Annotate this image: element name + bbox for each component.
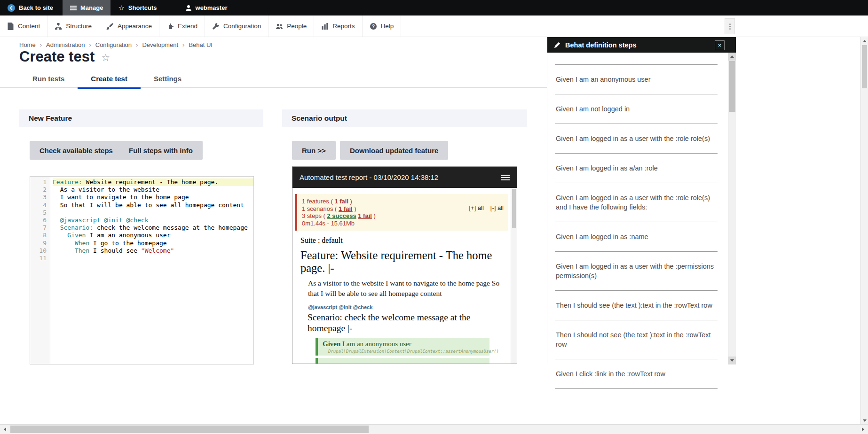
steps-fail-link[interactable]: 1 fail: [358, 212, 372, 219]
behat-step-item[interactable]: Given I am logged in as :name: [555, 222, 718, 252]
tray-scrollbar-thumb[interactable]: [729, 61, 735, 112]
code-line: So that I will be able to see all homepa…: [53, 202, 253, 209]
scenario-output-header: Scenario output: [282, 109, 527, 127]
tab-run-tests[interactable]: Run tests: [19, 70, 78, 88]
breadcrumb-home[interactable]: Home: [19, 41, 36, 48]
passed-step[interactable]: Given I am an anonymous user Drupal\Drup…: [316, 338, 489, 356]
code-line: Then I should see "Welcome": [53, 247, 253, 255]
behat-step-item[interactable]: Given I am logged in as a user with the …: [555, 124, 718, 154]
admin-toolbar: Back to site Manage ☆ Shortcuts webmaste…: [0, 0, 868, 16]
report-body: 1 features ( 1 fail ) 1 scenarios ( 1 fa…: [292, 188, 517, 364]
scenarios-fail-link[interactable]: 1 fail: [339, 205, 353, 212]
primary-tabs: Run tests Create test Settings: [19, 70, 195, 88]
feature-description: As a visitor to the website I want to na…: [308, 278, 503, 299]
scroll-down-arrow[interactable]: [728, 356, 736, 364]
breadcrumb-separator: ›: [136, 41, 138, 48]
tab-create-test[interactable]: Create test: [78, 70, 141, 88]
tray-scrollbar[interactable]: [728, 53, 736, 364]
menu-item-help[interactable]: ? Help: [363, 16, 402, 37]
breadcrumb-separator: ›: [40, 41, 42, 48]
close-icon[interactable]: ×: [715, 40, 725, 50]
toolbar-overflow-icon[interactable]: [725, 18, 735, 34]
steps-success-link[interactable]: 2 success: [327, 212, 356, 219]
scroll-up-arrow[interactable]: [728, 53, 736, 61]
menu-item-people[interactable]: People: [268, 16, 314, 37]
menu-item-configuration[interactable]: Configuration: [205, 16, 268, 37]
back-to-site-label: Back to site: [19, 4, 53, 11]
structure-icon: [55, 23, 62, 30]
breadcrumb-configuration[interactable]: Configuration: [95, 41, 132, 48]
expand-all-link[interactable]: [+] all: [469, 204, 483, 212]
report-scrollbar[interactable]: [511, 188, 517, 364]
hamburger-icon: [70, 5, 77, 11]
behat-step-item[interactable]: Given I am logged in as a user with the …: [555, 252, 718, 291]
manage-label: Manage: [80, 4, 103, 11]
code-line: @javascript @init @check: [53, 217, 253, 224]
scroll-right-arrow[interactable]: [858, 425, 868, 434]
page-vertical-scrollbar[interactable]: [860, 37, 868, 424]
behat-definition-steps-tray: Behat definition steps × Given I am an a…: [547, 37, 736, 364]
document-icon: [7, 23, 14, 30]
scroll-up-arrow[interactable]: [861, 37, 868, 45]
feature-code-editor[interactable]: 1 2 3 4 5 6 7 8 9 10 11 Feature: Website…: [30, 176, 254, 364]
menu-item-content[interactable]: Content: [0, 16, 47, 37]
horizontal-scrollbar-thumb[interactable]: [10, 426, 369, 433]
menu-item-appearance[interactable]: Appearance: [99, 16, 159, 37]
suite-label: Suite : default: [300, 236, 517, 245]
breadcrumb-behat-ui[interactable]: Behat UI: [189, 41, 213, 48]
behat-step-item[interactable]: Given I am not logged in: [555, 94, 718, 124]
user-icon: [185, 5, 192, 11]
user-menu-item[interactable]: webmaster: [178, 0, 235, 16]
shortcuts-menu-item[interactable]: ☆ Shortcuts: [110, 0, 164, 16]
behat-step-item[interactable]: Then I should see (the text ):text in th…: [555, 291, 718, 320]
collapse-all-link[interactable]: [-] all: [490, 204, 504, 212]
tray-title: Behat definition steps: [565, 41, 636, 49]
people-icon: [276, 23, 283, 30]
manage-menu-item[interactable]: Manage: [63, 0, 110, 16]
code-line: Feature: Website requirement - The home …: [53, 178, 253, 186]
breadcrumb-development[interactable]: Development: [142, 41, 178, 48]
page-title: Create test ☆: [19, 48, 110, 65]
breadcrumb-administration[interactable]: Administration: [46, 41, 85, 48]
code-line: As a visitor to the website: [53, 186, 253, 194]
vertical-scrollbar-thumb[interactable]: [862, 45, 867, 88]
behat-step-item[interactable]: Given I am an anonymous user: [555, 65, 718, 94]
behat-step-item[interactable]: Given I am logged in as a user with the …: [555, 183, 718, 222]
test-report-frame: Automated test report - 03/10/2020 14:38…: [292, 166, 517, 364]
menu-item-structure[interactable]: Structure: [47, 16, 99, 37]
breadcrumb: Home › Administration › Configuration › …: [19, 41, 213, 48]
code-line: [53, 209, 253, 217]
back-to-site-link[interactable]: Back to site: [0, 0, 61, 16]
check-available-steps-button[interactable]: Check available steps: [30, 141, 123, 160]
shortcuts-label: Shortcuts: [128, 4, 157, 11]
breadcrumb-separator: ›: [182, 41, 184, 48]
editor-code-area[interactable]: Feature: Website requirement - The home …: [50, 177, 253, 364]
page-horizontal-scrollbar[interactable]: [0, 424, 868, 434]
tab-settings[interactable]: Settings: [141, 70, 195, 88]
menu-item-extend[interactable]: Extend: [159, 16, 205, 37]
download-updated-feature-button[interactable]: Download updated feature: [340, 141, 448, 160]
behat-step-item[interactable]: Given I am logged in as a/an :role: [555, 154, 718, 183]
star-icon: ☆: [118, 4, 124, 11]
report-title: Automated test report - 03/10/2020 14:38…: [300, 173, 438, 181]
summary-time-line: 0m1.44s - 15.61Mb: [302, 220, 504, 227]
bar-chart-icon: [321, 23, 329, 30]
puzzle-icon: [166, 23, 174, 30]
menu-item-reports[interactable]: Reports: [314, 16, 362, 37]
run-button[interactable]: Run >>: [292, 141, 336, 160]
shortcut-star-icon[interactable]: ☆: [101, 50, 110, 63]
report-scrollbar-thumb[interactable]: [512, 189, 516, 228]
scroll-down-arrow[interactable]: [861, 417, 868, 424]
behat-step-item[interactable]: Given I click :link in the :rowText row: [555, 359, 718, 389]
code-line: Scenario: check the welcome message at t…: [53, 224, 253, 232]
behat-steps-list: Given I am an anonymous user Given I am …: [555, 64, 718, 389]
report-menu-icon[interactable]: [501, 173, 510, 182]
full-steps-with-info-button[interactable]: Full steps with info: [119, 141, 203, 160]
wrench-icon: [212, 23, 220, 30]
scroll-left-arrow[interactable]: [0, 425, 10, 434]
scenario-heading: Scenario: check the welcome message at t…: [308, 312, 493, 333]
svg-text:?: ?: [372, 23, 375, 29]
behat-step-item[interactable]: Then I should not see (the text ):text i…: [555, 320, 718, 359]
code-line: When I go to the homepage: [53, 240, 253, 247]
feature-heading: Feature: Website requirement - The home …: [300, 249, 512, 274]
